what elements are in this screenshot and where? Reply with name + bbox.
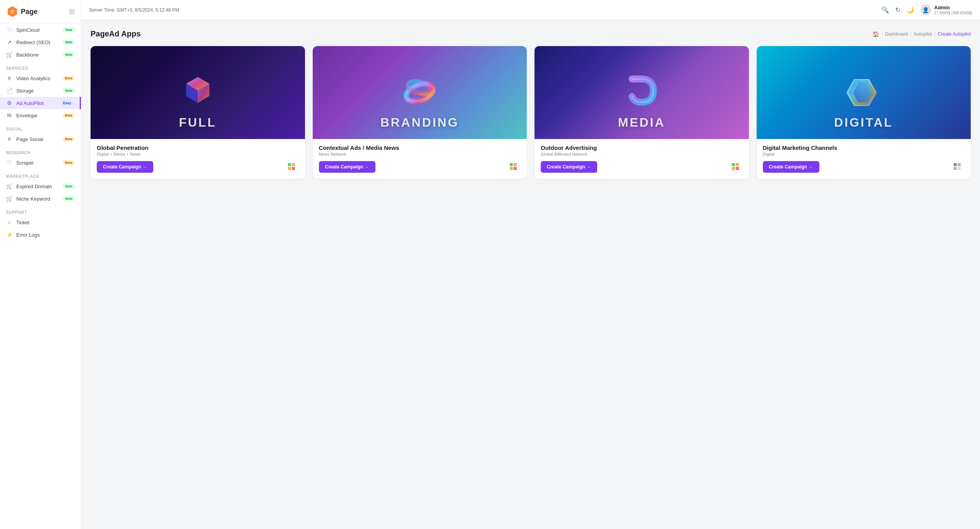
sidebar-item-niche-keyword[interactable]: 🛒Niche KeywordNew xyxy=(0,192,81,205)
content-area: PageAd Apps 🏠 / Dashboard / Autopilot / … xyxy=(81,20,980,529)
card-branding-image: BRANDING xyxy=(313,46,527,139)
backbone-label: Backbone xyxy=(16,52,59,58)
logo[interactable]: P Page xyxy=(6,5,38,18)
svg-rect-8 xyxy=(292,167,295,170)
expired-domain-badge: New xyxy=(63,184,75,189)
card-digital-image-label: DIGITAL xyxy=(757,115,971,130)
card-media-footer: Create Campaign → xyxy=(541,161,743,173)
backbone-icon: 🛒 xyxy=(6,52,12,58)
card-media-title: Outdoor Advertising xyxy=(541,144,743,151)
theme-icon[interactable]: 🌙 xyxy=(906,6,914,14)
svg-rect-21 xyxy=(736,163,739,166)
breadcrumb-home-icon[interactable]: 🏠 xyxy=(872,31,879,37)
svg-rect-17 xyxy=(514,163,517,166)
scraper-badge: Beta xyxy=(62,160,75,165)
card-full-subtitle: Digital + Media + News xyxy=(97,152,299,156)
expired-domain-icon: 🛒 xyxy=(6,183,12,189)
card-media-image: MEDIA xyxy=(535,46,749,139)
sidebar-logo: P Page ⊞ xyxy=(0,0,81,24)
backbone-badge: New xyxy=(63,52,75,57)
card-media-body: Outdoor AdvertisingGlobal Billboard Netw… xyxy=(535,139,749,179)
card-digital-body: Digital Marketing ChannelsDigitalCreate … xyxy=(757,139,971,179)
ad-autopilot-label: Ad AutoPilot xyxy=(16,100,57,106)
card-digital: DIGITALDigital Marketing ChannelsDigital… xyxy=(757,46,971,179)
card-digital-image: DIGITAL xyxy=(757,46,971,139)
svg-rect-16 xyxy=(510,163,513,166)
storage-badge: New xyxy=(63,88,75,93)
svg-rect-27 xyxy=(954,167,957,170)
svg-rect-7 xyxy=(288,167,291,170)
cards-grid: FULLGlobal PenetrationDigital + Media + … xyxy=(91,46,971,179)
ticket-label: Ticket xyxy=(16,220,75,225)
svg-rect-19 xyxy=(736,167,739,170)
card-digital-subtitle: Digital xyxy=(763,152,965,156)
cube-shape xyxy=(176,71,219,114)
card-digital-title: Digital Marketing Channels xyxy=(763,144,965,151)
spincloud-icon: ♡ xyxy=(6,27,12,33)
envelope-badge: Beta xyxy=(62,113,75,118)
breadcrumb-current: Create Autopilot xyxy=(938,31,971,37)
sidebar-item-envelope[interactable]: ✉EnvelopeBeta xyxy=(0,109,81,122)
card-branding-image-label: BRANDING xyxy=(313,115,527,130)
user-menu[interactable]: 👤 Admin 27.6840$ (368.8540$) xyxy=(920,5,972,15)
breadcrumb-autopilot[interactable]: Autopilot xyxy=(914,31,932,37)
redirect--seo--badge: New xyxy=(63,40,75,45)
sidebar-item-spincloud[interactable]: ♡SpinCloudNew xyxy=(0,24,81,36)
card-full-create-btn[interactable]: Create Campaign → xyxy=(97,161,153,173)
card-branding-body: Contextual Ads / Media NewsNews NetworkC… xyxy=(313,139,527,179)
sidebar-item-ad-autopilot[interactable]: ⚙Ad AutoPilotEasy xyxy=(0,97,81,109)
page-social-label: Page Social xyxy=(16,136,58,142)
svg-rect-20 xyxy=(732,163,735,166)
sidebar-item-error-logs[interactable]: ⚡Error Logs xyxy=(0,228,81,241)
sidebar-section-research: RESEARCH xyxy=(0,145,81,156)
video-analytics-badge: Beta xyxy=(62,76,75,81)
error-logs-label: Error Logs xyxy=(16,232,75,238)
card-digital-create-btn[interactable]: Create Campaign → xyxy=(763,161,819,173)
card-media-image-label: MEDIA xyxy=(535,115,749,130)
card-media-decoration xyxy=(732,161,743,172)
card-full-title: Global Penetration xyxy=(97,144,299,151)
video-analytics-label: Video Analytics xyxy=(16,76,58,81)
card-branding-footer: Create Campaign → xyxy=(319,161,521,173)
svg-text:P: P xyxy=(11,10,14,14)
card-full-deco-icon xyxy=(288,161,299,172)
spincloud-badge: New xyxy=(63,27,75,33)
card-full-image: FULL xyxy=(91,46,305,139)
spincloud-label: SpinCloud xyxy=(16,27,59,33)
card-media: MEDIAOutdoor AdvertisingGlobal Billboard… xyxy=(535,46,749,179)
logo-icon: P xyxy=(6,5,19,18)
card-full-body: Global PenetrationDigital + Media + News… xyxy=(91,139,305,179)
error-logs-icon: ⚡ xyxy=(6,232,12,238)
svg-rect-15 xyxy=(514,167,517,170)
grid-icon[interactable]: ⊞ xyxy=(69,7,75,16)
sidebar-item-scraper[interactable]: ♡ScraperBeta xyxy=(0,156,81,169)
sidebar-section-support: SUPPORT xyxy=(0,205,81,216)
video-analytics-icon: # xyxy=(6,75,12,81)
sidebar-item-backbone[interactable]: 🛒BackboneNew xyxy=(0,48,81,61)
breadcrumb-dashboard[interactable]: Dashboard xyxy=(885,31,908,37)
sidebar-item-expired-domain[interactable]: 🛒Expired DomainNew xyxy=(0,180,81,192)
sidebar-item-page-social[interactable]: #Page SocialBeta xyxy=(0,133,81,145)
sidebar-item-video-analytics[interactable]: #Video AnalyticsBeta xyxy=(0,72,81,84)
sidebar-item-storage[interactable]: 📄StorageNew xyxy=(0,84,81,97)
card-digital-deco-icon xyxy=(954,161,965,172)
sidebar-item-ticket[interactable]: ○Ticket xyxy=(0,216,81,228)
card-full: FULLGlobal PenetrationDigital + Media + … xyxy=(91,46,305,179)
page-social-badge: Beta xyxy=(62,136,75,142)
search-icon[interactable]: 🔍 xyxy=(881,6,889,14)
niche-keyword-icon: 🛒 xyxy=(6,196,12,202)
sidebar-item-redirect--seo-[interactable]: ↗Redirect (SEO)New xyxy=(0,36,81,48)
sidebar: P Page ⊞ ♡SpinCloudNew↗Redirect (SEO)New… xyxy=(0,0,81,529)
breadcrumb: 🏠 / Dashboard / Autopilot / Create Autop… xyxy=(872,31,971,37)
card-full-decoration xyxy=(288,161,299,172)
page-social-icon: # xyxy=(6,136,12,142)
svg-rect-29 xyxy=(954,163,957,166)
card-branding-create-btn[interactable]: Create Campaign → xyxy=(319,161,375,173)
niche-keyword-badge: New xyxy=(63,196,75,201)
refresh-icon[interactable]: ↻ xyxy=(895,6,900,14)
logo-text: Page xyxy=(21,8,38,16)
card-media-create-btn[interactable]: Create Campaign → xyxy=(541,161,597,173)
svg-rect-30 xyxy=(958,163,961,166)
avatar: 👤 xyxy=(920,5,931,15)
card-branding-decoration xyxy=(510,161,521,172)
